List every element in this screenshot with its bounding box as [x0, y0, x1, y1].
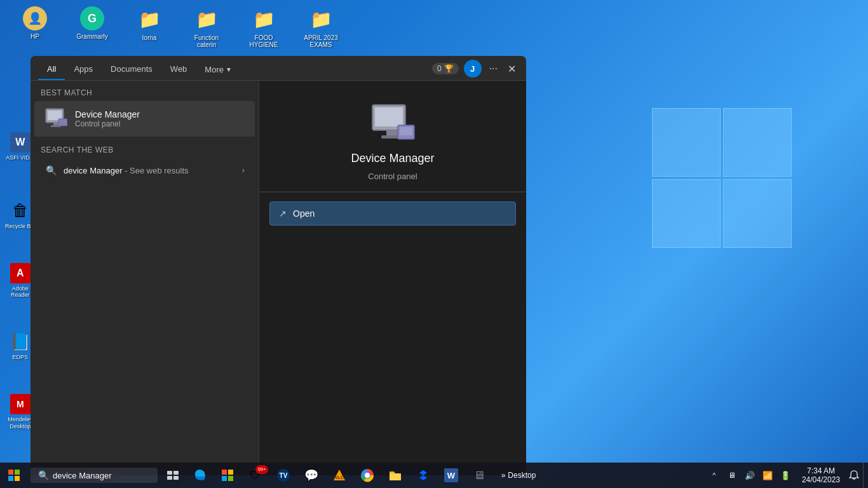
- taskbar-app-feedback[interactable]: 💬: [297, 463, 325, 488]
- system-tray: ^ 🖥 🔊 📶 🔋: [703, 463, 797, 488]
- clock-date: 24/04/2023: [802, 475, 840, 484]
- taskbar-app-desktop-label[interactable]: » Desktop: [493, 463, 544, 488]
- svg-rect-15: [167, 471, 172, 475]
- windows-logo-desktop: [652, 108, 792, 248]
- desktop-icons-top: 👤 HP G Grammarly 📁 Iorna 📁 Functioncater…: [6, 0, 349, 55]
- notification-center-button[interactable]: [845, 463, 863, 488]
- open-label: Open: [293, 208, 315, 219]
- arrow-right-icon: ›: [242, 166, 245, 175]
- svg-text:VLC: VLC: [335, 475, 344, 480]
- taskbar-app-vlc[interactable]: VLC: [325, 463, 353, 488]
- tab-web[interactable]: Web: [161, 60, 196, 80]
- result-type: Control panel: [75, 119, 140, 128]
- taskbar-app-chrome[interactable]: [353, 463, 381, 488]
- taskbar: 🔍 device Manager: [0, 463, 868, 488]
- trophy-icon: 🏆: [444, 64, 454, 73]
- svg-rect-6: [375, 107, 403, 126]
- volume-icon[interactable]: 🔊: [741, 463, 759, 488]
- taskbar-app-11[interactable]: 🖥: [465, 463, 493, 488]
- desktop-chevron: »: [501, 471, 506, 480]
- open-button[interactable]: ↗ Open: [269, 201, 516, 226]
- taskbar-search[interactable]: 🔍 device Manager: [31, 468, 158, 483]
- result-name: Device Manager: [75, 109, 140, 119]
- open-icon: ↗: [279, 208, 287, 219]
- search-panel: All Apps Documents Web More ▼ 0 🏆 J ··· …: [31, 56, 526, 475]
- task-view-button[interactable]: [160, 463, 186, 488]
- desktop-icon-hp[interactable]: 👤 HP: [13, 6, 57, 48]
- search-result-device-manager[interactable]: Device Manager Control panel: [34, 101, 255, 137]
- svg-rect-4: [58, 119, 67, 126]
- svg-rect-14: [15, 476, 20, 481]
- svg-rect-10: [400, 127, 412, 135]
- detail-type: Control panel: [368, 172, 417, 181]
- svg-rect-18: [173, 476, 179, 480]
- taskbar-apps: 🛡 99+ TV 💬 VLC: [186, 463, 703, 488]
- search-content: Best match Device Manager: [31, 81, 526, 475]
- system-clock[interactable]: 7:34 AM 24/04/2023: [797, 463, 845, 488]
- svg-rect-20: [228, 470, 233, 475]
- tab-documents[interactable]: Documents: [102, 60, 161, 80]
- tab-apps[interactable]: Apps: [65, 60, 102, 80]
- svg-marker-31: [419, 470, 427, 475]
- search-icon: 🔍: [44, 164, 57, 177]
- detail-actions: ↗ Open: [259, 193, 526, 229]
- close-button[interactable]: ✕: [505, 63, 519, 75]
- svg-rect-11: [8, 470, 13, 475]
- taskbar-app-teamviewer[interactable]: TV: [269, 463, 297, 488]
- battery-icon[interactable]: 🔋: [776, 463, 794, 488]
- svg-rect-2: [53, 123, 58, 125]
- svg-rect-17: [167, 476, 172, 480]
- desktop-icon-function[interactable]: 📁 Functioncaterin: [184, 6, 229, 48]
- show-hidden-icons-button[interactable]: ^: [705, 463, 723, 488]
- svg-rect-16: [173, 471, 179, 475]
- search-score: 0 🏆: [432, 63, 459, 74]
- taskbar-app-explorer[interactable]: [381, 463, 409, 488]
- desktop: 👤 HP G Grammarly 📁 Iorna 📁 Functioncater…: [0, 0, 868, 488]
- svg-text:W: W: [447, 471, 456, 480]
- desktop-icon-lorna[interactable]: 📁 Iorna: [127, 6, 172, 48]
- svg-rect-22: [228, 476, 233, 481]
- desktop-icon-food[interactable]: 📁 FOODHYGIENE: [241, 6, 286, 48]
- svg-rect-13: [8, 476, 13, 481]
- desktop-icon-april[interactable]: 📁 APRIL 2023EXAMS: [299, 6, 343, 48]
- search-right-panel: Device Manager Control panel ↗ Open: [259, 81, 526, 475]
- desktop-label: Desktop: [508, 471, 536, 480]
- search-actions: 0 🏆 J ··· ✕: [432, 60, 519, 80]
- svg-rect-7: [386, 130, 399, 135]
- bsafe-badge: 99+: [255, 465, 268, 474]
- desktop-icon-grammarly[interactable]: G Grammarly: [70, 6, 114, 48]
- svg-rect-12: [15, 470, 20, 475]
- search-left-panel: Best match Device Manager: [31, 81, 259, 475]
- detail-name: Device Manager: [351, 152, 434, 165]
- taskbar-app-dropbox[interactable]: [409, 463, 437, 488]
- svg-rect-21: [222, 476, 227, 481]
- taskbar-app-edge[interactable]: [186, 463, 214, 488]
- taskbar-app-word[interactable]: W: [437, 463, 465, 488]
- search-detail-header: Device Manager Control panel: [259, 81, 526, 192]
- taskbar-app-store[interactable]: [214, 463, 241, 488]
- search-web-label: Search the web: [31, 137, 259, 158]
- search-web-device-manager[interactable]: 🔍 device Manager - See web results ›: [34, 158, 255, 182]
- svg-text:TV: TV: [280, 472, 288, 479]
- web-query-text: device Manager - See web results: [64, 166, 236, 175]
- best-match-label: Best match: [31, 81, 259, 101]
- chevron-down-icon: ▼: [226, 66, 232, 73]
- taskbar-search-text: device Manager: [53, 471, 112, 480]
- taskbar-app-bsafe[interactable]: 🛡 99+: [241, 463, 269, 488]
- user-avatar[interactable]: J: [464, 60, 482, 78]
- clock-time: 7:34 AM: [807, 466, 835, 475]
- taskbar-search-icon: 🔍: [38, 470, 49, 480]
- more-options-button[interactable]: ···: [487, 63, 500, 74]
- tab-all[interactable]: All: [38, 60, 65, 80]
- search-tabs: All Apps Documents Web More ▼ 0 🏆 J ··· …: [31, 56, 526, 81]
- show-desktop-button[interactable]: [863, 463, 868, 488]
- display-icon[interactable]: 🖥: [723, 463, 741, 488]
- start-button[interactable]: [0, 463, 28, 488]
- svg-rect-19: [222, 470, 227, 475]
- tab-more[interactable]: More ▼: [196, 61, 241, 79]
- network-icon[interactable]: 📶: [759, 463, 776, 488]
- detail-icon: [370, 100, 416, 146]
- device-manager-icon: [44, 107, 67, 130]
- svg-point-29: [365, 473, 370, 478]
